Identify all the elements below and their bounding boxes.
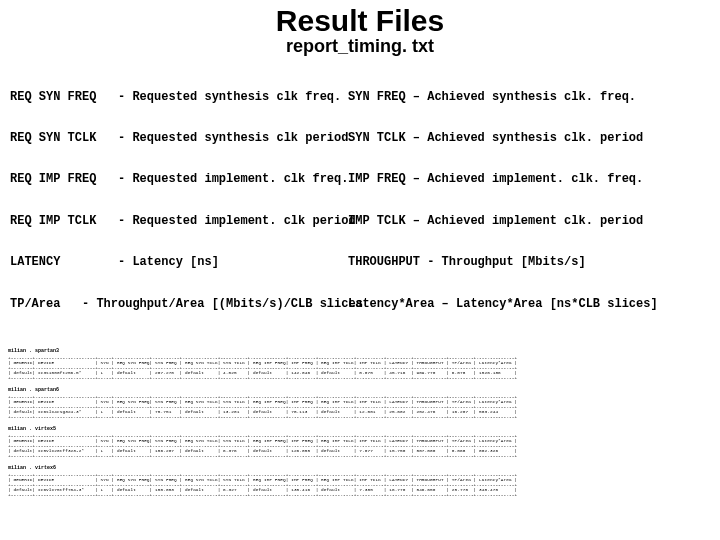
table-row: +--------+----------------------+-----+-…	[8, 375, 712, 380]
def-left-2: REQ IMP FREQ - Requested implement. clk …	[10, 173, 348, 187]
table-section: milian . spartan3+--------+-------------…	[8, 349, 712, 380]
table-row: +--------+----------------------+-----+-…	[8, 453, 712, 458]
def-right-4: THROUGHPUT - Throughput [Mbits/s]	[348, 256, 714, 270]
def-right-0: SYN FREQ – Achieved synthesis clk. freq.	[348, 91, 714, 105]
table-section: milian . virtex6+--------+--------------…	[8, 466, 712, 497]
def-left-1: REQ SYN TCLK - Requested synthesis clk p…	[10, 132, 348, 146]
table-section: milian . spartan6+--------+-------------…	[8, 388, 712, 419]
table-row: +--------+----------------------+-----+-…	[8, 414, 712, 419]
def-left-4: LATENCY - Latency [ns]	[10, 256, 348, 270]
def-left-0: REQ SYN FREQ - Requested synthesis clk f…	[10, 91, 348, 105]
page-title: Result Files	[0, 4, 720, 38]
tables-container: milian . spartan3+--------+-------------…	[0, 349, 720, 497]
page-subtitle: report_timing. txt	[0, 36, 720, 57]
def-right-1: SYN TCLK – Achieved synthesis clk. perio…	[348, 132, 714, 146]
def-right-5: Latency*Area – Latency*Area [ns*CLB slic…	[348, 298, 714, 312]
table-section: milian . virtex5+--------+--------------…	[8, 427, 712, 458]
def-left-3: REQ IMP TCLK - Requested implement. clk …	[10, 215, 348, 229]
def-right-2: IMP FREQ – Achieved implement. clk. freq…	[348, 173, 714, 187]
definitions-block: REQ SYN FREQ - Requested synthesis clk f…	[0, 57, 720, 341]
table-row: +--------+----------------------+-----+-…	[8, 492, 712, 497]
def-left-5: TP/Area - Throughput/Area [(Mbits/s)/CLB…	[10, 298, 348, 312]
def-right-3: IMP TCLK – Achieved implement clk. perio…	[348, 215, 714, 229]
